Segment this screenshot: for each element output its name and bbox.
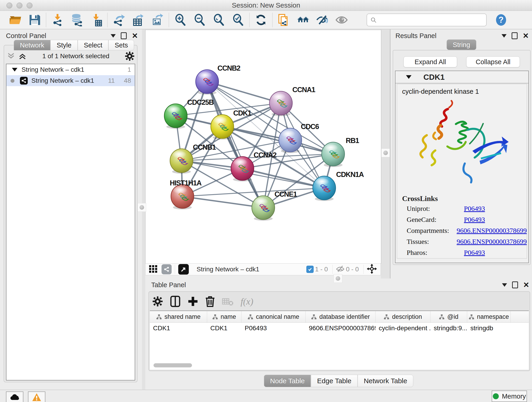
close-table-icon[interactable]: ✕	[523, 282, 529, 288]
network-node[interactable]	[269, 91, 292, 116]
export-network-button[interactable]	[112, 13, 126, 27]
column-network-icon	[439, 314, 444, 319]
close-panel-icon[interactable]: ✕	[132, 33, 138, 38]
search-input[interactable]	[377, 16, 483, 24]
column-header[interactable]: shared name	[150, 311, 207, 322]
crosslink-link[interactable]: P06493	[464, 205, 485, 212]
save-icon	[28, 13, 41, 26]
help-button[interactable]: ?	[494, 13, 508, 27]
network-node[interactable]	[252, 196, 275, 221]
zoom-fit-button[interactable]	[212, 13, 225, 27]
collapse-table-icon[interactable]	[502, 283, 507, 287]
tab-style[interactable]: Style	[51, 40, 77, 51]
horizontal-scrollbar[interactable]	[153, 363, 192, 367]
right-splitter-handle[interactable]	[381, 148, 390, 157]
table-cell[interactable]: cyclin-dependent ...	[375, 323, 431, 334]
float-panel-icon[interactable]	[121, 32, 127, 39]
table-cell[interactable]: P06493	[241, 323, 306, 334]
network-canvas[interactable]: CCNB2CCNA1CDC25BCDK1CDC6RB1CCNB1CCNA2CDK…	[145, 30, 381, 264]
gene-expand-icon[interactable]	[406, 75, 412, 79]
duplicate-network-button[interactable]	[277, 13, 291, 27]
float-table-icon[interactable]	[512, 281, 518, 288]
column-header[interactable]: name	[207, 311, 241, 322]
network-node[interactable]	[170, 149, 193, 174]
table-options-gear-icon[interactable]	[152, 296, 163, 307]
expand-all-icon[interactable]	[18, 52, 27, 60]
export-image-button[interactable]	[151, 13, 164, 27]
pan-crosshair-icon[interactable]	[367, 264, 377, 275]
crosslink-link[interactable]: P06493	[464, 249, 485, 256]
column-header[interactable]: @id	[431, 311, 467, 322]
hide-selected-button[interactable]	[316, 13, 329, 27]
table-row[interactable]: CDK1CDK1P064939606.ENSP00000378699cyclin…	[150, 323, 529, 334]
crosslink-link[interactable]: 9606.ENSP00000378699	[457, 227, 527, 235]
import-network-file-button[interactable]	[51, 13, 64, 27]
collapse-all-button[interactable]: Collapse All	[466, 56, 520, 67]
open-session-button[interactable]	[9, 13, 22, 27]
table-cell[interactable]: CDK1	[150, 323, 207, 334]
collection-expand-icon[interactable]	[12, 68, 17, 71]
first-neighbors-button[interactable]	[297, 13, 310, 27]
delete-column-icon[interactable]	[205, 295, 215, 307]
network-options-gear-icon[interactable]	[125, 51, 135, 61]
float-results-icon[interactable]	[512, 32, 518, 39]
column-header[interactable]: database identifier	[306, 311, 375, 322]
zoom-in-button[interactable]	[174, 13, 187, 27]
network-node[interactable]	[313, 176, 336, 201]
selected-checkbox-icon[interactable]	[306, 266, 314, 273]
left-splitter-handle[interactable]	[138, 203, 146, 212]
import-table-file-button[interactable]	[89, 13, 103, 27]
network-node[interactable]	[322, 142, 345, 167]
show-all-button[interactable]	[335, 13, 348, 27]
tab-string-results[interactable]: String	[447, 39, 476, 50]
close-results-icon[interactable]: ✕	[523, 33, 529, 38]
table-cell[interactable]: 9606.ENSP00000378699	[306, 323, 375, 334]
show-columns-icon[interactable]	[170, 295, 181, 307]
collapse-results-icon[interactable]	[501, 34, 507, 38]
network-node[interactable]	[279, 128, 302, 153]
expand-all-button[interactable]: Expand All	[404, 56, 457, 67]
node-label: CCNA2	[254, 151, 277, 159]
save-session-button[interactable]	[28, 13, 41, 27]
table-cell[interactable]: stringdb:9...	[431, 323, 467, 334]
cloud-status-button[interactable]	[6, 391, 23, 402]
tab-network[interactable]: Network	[14, 40, 51, 51]
tab-sets[interactable]: Sets	[108, 40, 134, 51]
grid-view-icon[interactable]	[149, 264, 158, 274]
crosslink-link[interactable]: 9606.ENSP00000378699	[457, 238, 527, 245]
network-edge[interactable]	[182, 196, 263, 208]
memory-button[interactable]: Memory	[492, 390, 527, 402]
collapse-panel-icon[interactable]	[111, 34, 116, 38]
add-column-icon[interactable]	[187, 296, 198, 307]
tab-node-table[interactable]: Node Table	[264, 375, 311, 387]
tab-select[interactable]: Select	[78, 40, 109, 51]
network-node[interactable]	[164, 104, 187, 129]
hidden-eye-icon[interactable]	[336, 265, 345, 274]
zoom-selected-button[interactable]	[231, 13, 245, 27]
tab-edge-table[interactable]: Edge Table	[311, 375, 358, 387]
column-header[interactable]: description	[375, 311, 431, 322]
network-view-type-icon[interactable]	[162, 264, 172, 274]
bottom-splitter-handle[interactable]	[334, 274, 342, 283]
column-header[interactable]: canonical name	[241, 311, 306, 322]
network-node[interactable]	[171, 185, 194, 210]
network-graph[interactable]: CCNB2CCNA1CDC25BCDK1CDC6RB1CCNB1CCNA2CDK…	[146, 30, 381, 263]
network-node[interactable]	[211, 115, 234, 140]
collapse-all-icon[interactable]	[6, 52, 16, 60]
birdseye-view-icon[interactable]	[178, 264, 189, 274]
table-cell[interactable]: CDK1	[207, 323, 241, 334]
network-view-title: String Network – cdk1	[196, 266, 259, 273]
refresh-view-button[interactable]	[254, 13, 268, 27]
warnings-button[interactable]	[28, 391, 45, 402]
import-network-database-button[interactable]	[70, 13, 83, 27]
open-folder-icon	[9, 13, 22, 26]
gene-card-header[interactable]: CDK1	[395, 71, 528, 83]
tab-network-table[interactable]: Network Table	[358, 375, 413, 387]
export-table-button[interactable]	[132, 13, 145, 27]
column-header[interactable]: namespace	[467, 311, 511, 322]
crosslink-link[interactable]: P06493	[464, 216, 485, 223]
table-cell[interactable]: stringdb	[467, 323, 511, 334]
network-collection-row[interactable]: String Network – cdk1 1	[6, 64, 135, 75]
network-row[interactable]: String Network – cdk1 11 48	[6, 75, 135, 86]
zoom-out-button[interactable]	[193, 13, 206, 27]
